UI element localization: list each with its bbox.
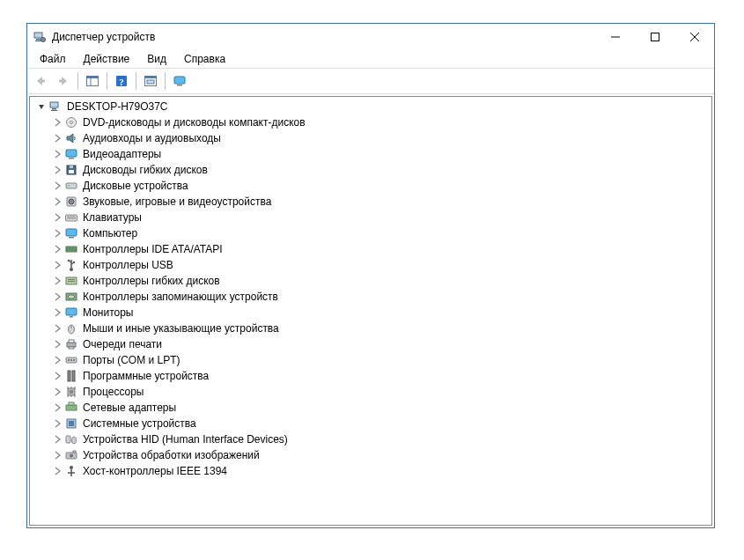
menu-view[interactable]: Вид bbox=[140, 52, 173, 66]
chevron-right-icon[interactable] bbox=[51, 243, 63, 255]
tree-item[interactable]: Устройства HID (Human Interface Devices) bbox=[48, 431, 711, 447]
svg-rect-17 bbox=[147, 80, 154, 84]
app-icon bbox=[33, 30, 47, 44]
svg-point-76 bbox=[72, 437, 77, 444]
tree-item[interactable]: DVD-дисководы и дисководы компакт-дисков bbox=[48, 114, 711, 130]
tree-item[interactable]: Звуковые, игровые и видеоустройства bbox=[48, 194, 711, 210]
svg-rect-11 bbox=[87, 77, 99, 79]
chevron-right-icon[interactable] bbox=[51, 211, 63, 224]
tree-item-label: Дисководы гибких дисков bbox=[81, 164, 210, 176]
tree-item-label: Мыши и иные указывающие устройства bbox=[81, 322, 281, 335]
tree-item[interactable]: Видеоадаптеры bbox=[48, 146, 711, 162]
window-controls bbox=[595, 24, 714, 50]
svg-rect-45 bbox=[73, 262, 75, 263]
tree-root[interactable]: DESKTOP-H79O37C bbox=[32, 99, 711, 114]
svg-rect-5 bbox=[651, 33, 659, 41]
tree-item[interactable]: Мыши и иные указывающие устройства bbox=[48, 321, 711, 336]
minimize-button[interactable] bbox=[595, 24, 635, 50]
tree-item-label: Дисковые устройства bbox=[81, 180, 190, 192]
tree-item-label: Устройства обработки изображений bbox=[81, 449, 262, 461]
menu-action[interactable]: Действие bbox=[77, 52, 137, 66]
svg-rect-28 bbox=[70, 166, 73, 168]
svg-rect-21 bbox=[52, 108, 56, 110]
svg-rect-26 bbox=[69, 158, 74, 159]
tree-item[interactable]: Контроллеры гибких дисков bbox=[48, 273, 711, 289]
chevron-right-icon[interactable] bbox=[51, 259, 63, 271]
keyboard-icon bbox=[64, 210, 78, 225]
tree-item[interactable]: Устройства обработки изображений bbox=[48, 447, 711, 463]
svg-rect-30 bbox=[66, 183, 77, 188]
toolbar-separator bbox=[136, 72, 136, 90]
tree-item[interactable]: Системные устройства bbox=[48, 416, 711, 431]
chevron-right-icon[interactable] bbox=[51, 148, 63, 160]
hid-icon bbox=[64, 432, 78, 446]
imaging-icon bbox=[64, 448, 78, 462]
chevron-right-icon[interactable] bbox=[51, 180, 63, 192]
tree-item[interactable]: Порты (COM и LPT) bbox=[48, 352, 711, 368]
ieee1394-icon bbox=[64, 464, 78, 478]
device-tree[interactable]: DESKTOP-H79O37C DVD-дисководы и дисковод… bbox=[29, 96, 712, 526]
tree-item[interactable]: Хост-контроллеры IEEE 1394 bbox=[48, 463, 711, 479]
chevron-right-icon[interactable] bbox=[51, 132, 63, 144]
menubar: Файл Действие Вид Справка bbox=[27, 50, 714, 68]
tree-item-label: Контроллеры USB bbox=[81, 259, 175, 271]
dvd-icon bbox=[64, 115, 78, 129]
chevron-down-icon[interactable] bbox=[35, 100, 48, 113]
chevron-right-icon[interactable] bbox=[51, 227, 63, 239]
chevron-right-icon[interactable] bbox=[51, 449, 63, 461]
show-hidden-devices-button[interactable] bbox=[168, 70, 191, 92]
tree-item-label: Системные устройства bbox=[81, 417, 198, 430]
scan-hardware-button[interactable] bbox=[139, 70, 162, 92]
tree-item-label: Компьютер bbox=[81, 227, 139, 239]
back-button[interactable] bbox=[29, 70, 52, 92]
tree-item[interactable]: Компьютер bbox=[48, 225, 711, 241]
tree-item[interactable]: Очереди печати bbox=[48, 336, 711, 352]
tree-item-label: Программные устройства bbox=[81, 370, 210, 382]
svg-point-60 bbox=[73, 359, 75, 361]
tree-item[interactable]: Контроллеры USB bbox=[48, 257, 711, 273]
tree-item[interactable]: Контроллеры запоминающих устройств bbox=[48, 289, 711, 305]
chevron-right-icon[interactable] bbox=[51, 417, 63, 430]
tree-item-label: Мониторы bbox=[81, 306, 135, 319]
chevron-right-icon[interactable] bbox=[51, 338, 63, 350]
tree-item[interactable]: Дисководы гибких дисков bbox=[48, 162, 711, 178]
svg-rect-72 bbox=[69, 402, 74, 405]
tree-item[interactable]: Клавиатуры bbox=[48, 210, 711, 225]
toolbar-separator bbox=[107, 72, 107, 90]
chevron-right-icon[interactable] bbox=[51, 354, 63, 366]
tree-item[interactable]: Процессоры bbox=[48, 384, 711, 400]
tree-item[interactable]: Контроллеры IDE ATA/ATAPI bbox=[48, 241, 711, 257]
chevron-right-icon[interactable] bbox=[51, 386, 63, 398]
svg-rect-50 bbox=[66, 308, 77, 315]
tree-item[interactable]: Аудиовходы и аудиовыходы bbox=[48, 130, 711, 146]
tree-item-label: Видеоадаптеры bbox=[81, 148, 163, 160]
chevron-right-icon[interactable] bbox=[51, 275, 63, 287]
svg-rect-56 bbox=[69, 347, 74, 349]
chevron-right-icon[interactable] bbox=[51, 465, 63, 477]
tree-item[interactable]: Программные устройства bbox=[48, 368, 711, 384]
tree-item[interactable]: Мониторы bbox=[48, 305, 711, 321]
help-button[interactable]: ? bbox=[110, 70, 133, 92]
chevron-right-icon[interactable] bbox=[51, 195, 63, 208]
tree-item[interactable]: Дисковые устройства bbox=[48, 178, 711, 194]
menu-help[interactable]: Справка bbox=[177, 52, 232, 66]
chevron-right-icon[interactable] bbox=[51, 433, 63, 446]
svg-point-44 bbox=[68, 260, 70, 262]
usb-icon bbox=[64, 258, 78, 272]
chevron-right-icon[interactable] bbox=[51, 116, 63, 129]
close-button[interactable] bbox=[674, 24, 714, 50]
chevron-right-icon[interactable] bbox=[51, 164, 63, 176]
chevron-right-icon[interactable] bbox=[51, 402, 63, 414]
computer-icon bbox=[48, 99, 63, 114]
svg-rect-48 bbox=[68, 281, 75, 282]
forward-button[interactable] bbox=[52, 70, 75, 92]
menu-file[interactable]: Файл bbox=[33, 52, 73, 66]
maximize-button[interactable] bbox=[635, 24, 674, 50]
chevron-right-icon[interactable] bbox=[51, 306, 63, 319]
svg-rect-75 bbox=[66, 436, 70, 443]
show-hide-console-tree-button[interactable] bbox=[81, 70, 104, 92]
tree-item[interactable]: Сетевые адаптеры bbox=[48, 400, 711, 416]
chevron-right-icon[interactable] bbox=[51, 322, 63, 335]
chevron-right-icon[interactable] bbox=[51, 291, 63, 303]
chevron-right-icon[interactable] bbox=[51, 370, 63, 382]
